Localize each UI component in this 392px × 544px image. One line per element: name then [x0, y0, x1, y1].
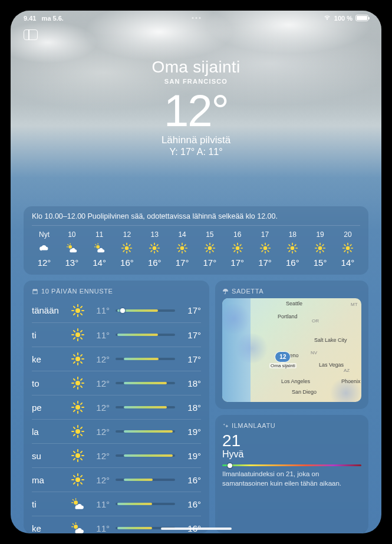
day-high: 16°: [181, 499, 201, 509]
day-name: tänään: [32, 305, 65, 315]
hour-temp: 13°: [65, 258, 78, 268]
calendar-icon: [32, 288, 38, 295]
svg-line-123: [74, 386, 75, 387]
weather-icon: [259, 242, 271, 254]
hourly-cell[interactable]: 1617°: [225, 230, 250, 268]
weather-icon: [176, 242, 188, 254]
map-city-phx: Phoenix: [341, 378, 361, 384]
home-indicator[interactable]: [161, 527, 232, 530]
hour-temp: 15°: [314, 258, 327, 268]
hourly-cell[interactable]: 1417°: [170, 230, 195, 268]
svg-line-50: [240, 250, 241, 252]
weather-icon: [71, 424, 85, 439]
weather-icon: [71, 473, 85, 487]
hourly-cell[interactable]: Nyt12°: [32, 230, 57, 268]
svg-line-105: [74, 338, 75, 339]
hour-label: 14: [178, 230, 186, 239]
day-name: la: [32, 427, 65, 437]
hourly-cell[interactable]: 1717°: [253, 230, 278, 268]
temp-range-bar: [116, 382, 175, 384]
precipitation-map[interactable]: Seattle Portland Salt Lake City Reno Las…: [222, 298, 361, 402]
svg-line-24: [151, 250, 152, 252]
hourly-cell[interactable]: 1013°: [60, 230, 84, 268]
day-name: ma: [32, 475, 65, 485]
map-my-location-pin[interactable]: 12 Oma sijainti: [269, 351, 297, 368]
status-left: 9.41 ma 5.6.: [24, 15, 64, 22]
day-low: 12°: [91, 475, 110, 485]
weather-icon: [71, 522, 85, 533]
weather-icon: [149, 242, 160, 254]
ten-day-forecast-card[interactable]: 10 PÄIVÄN ENNUSTE tänään11°17°ti11°17°ke…: [24, 281, 209, 533]
weather-icon: [232, 242, 243, 254]
day-row[interactable]: to12°18°: [32, 371, 201, 395]
day-low: 11°: [91, 330, 110, 340]
status-right: 100 %: [323, 14, 368, 22]
weather-icon: [71, 449, 85, 463]
svg-line-77: [322, 250, 324, 252]
svg-line-61: [268, 245, 269, 246]
svg-line-23: [157, 250, 158, 252]
day-low: 11°: [91, 305, 110, 315]
temp-range-bar: [116, 503, 175, 505]
day-low: 12°: [91, 451, 110, 461]
svg-line-115: [81, 355, 82, 356]
day-name: ti: [32, 499, 65, 509]
svg-line-33: [179, 250, 180, 252]
air-quality-card[interactable]: ILMANLAATU 21 Hyvä Ilmanlaatuindeksi on …: [215, 415, 368, 533]
day-row[interactable]: ti11°17°: [32, 322, 201, 347]
hour-label: 11: [95, 230, 103, 239]
weather-icon: [286, 242, 298, 254]
hourly-cell[interactable]: 1316°: [142, 230, 167, 268]
day-row[interactable]: tänään11°17°: [32, 298, 201, 322]
day-name: ke: [32, 523, 65, 533]
weather-icon: [342, 242, 354, 254]
hourly-cell[interactable]: 1517°: [197, 230, 222, 268]
umbrella-icon: [222, 288, 229, 295]
hourly-cell[interactable]: 1915°: [308, 230, 332, 268]
svg-line-85: [344, 245, 345, 246]
hourly-cell[interactable]: 1114°: [87, 230, 112, 268]
svg-line-7: [95, 245, 95, 245]
hourly-cell[interactable]: 1216°: [114, 230, 139, 268]
high-low: Y: 17° A: 11°: [11, 147, 381, 157]
temp-range-bar: [116, 454, 175, 457]
map-state-nv: NV: [311, 350, 317, 355]
svg-line-31: [179, 245, 180, 246]
map-state-or: OR: [312, 318, 319, 324]
day-row[interactable]: su12°19°: [32, 443, 201, 467]
day-row[interactable]: pe12°18°: [32, 395, 201, 419]
day-row[interactable]: ti11°16°: [32, 492, 201, 516]
svg-point-35: [208, 246, 212, 250]
day-high: 19°: [181, 427, 201, 437]
weather-icon: [204, 242, 216, 254]
hourly-row[interactable]: Nyt12°1013°1114°1216°1316°1417°1517°1617…: [32, 226, 360, 268]
hourly-cell[interactable]: 1816°: [280, 230, 305, 268]
status-time: 9.41: [24, 15, 36, 22]
current-condition: Lähinnä pilvistä: [11, 134, 381, 146]
screen: 9.41 ma 5.6. 100 % Oma sijainti SAN FRAN…: [11, 11, 381, 533]
day-low: 12°: [91, 403, 110, 413]
sidebar-toggle-button[interactable]: [24, 29, 38, 40]
svg-line-150: [74, 459, 75, 460]
day-high: 17°: [181, 305, 201, 315]
day-name: pe: [32, 403, 65, 413]
map-pin-label: Oma sijainti: [269, 363, 297, 368]
day-row[interactable]: ke11°16°: [32, 516, 201, 533]
day-low: 12°: [91, 378, 110, 388]
weather-icon: [121, 242, 133, 254]
wifi-icon: [323, 14, 331, 22]
hourly-cell[interactable]: 2014°: [335, 230, 360, 268]
map-state-az: AZ: [344, 368, 350, 373]
day-row[interactable]: ma12°16°: [32, 467, 201, 492]
weather-icon: [71, 352, 85, 366]
hourly-forecast-card[interactable]: Klo 10.00–12.00 Puolipilvinen sää, odote…: [24, 206, 368, 275]
svg-line-79: [322, 245, 324, 246]
day-name: to: [32, 378, 65, 388]
map-state-mt: MT: [351, 302, 358, 307]
day-row[interactable]: ke12°17°: [32, 347, 201, 371]
svg-point-165: [74, 525, 78, 529]
day-row[interactable]: la12°19°: [32, 419, 201, 443]
ten-day-header-text: 10 PÄIVÄN ENNUSTE: [41, 288, 113, 295]
multitask-dots[interactable]: [192, 17, 200, 19]
precipitation-card[interactable]: SADETTA Seattle Portland Salt Lake City …: [215, 281, 368, 409]
